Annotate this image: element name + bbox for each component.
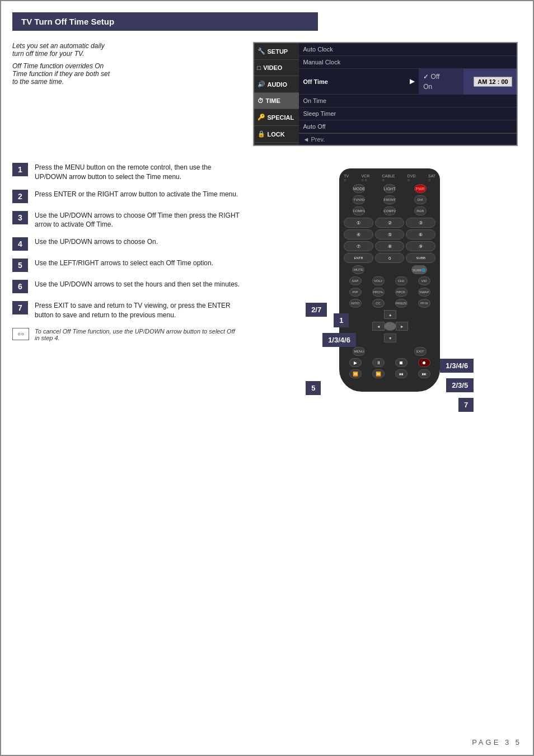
- num-6-btn[interactable]: ⑥: [406, 229, 435, 240]
- prev-bar[interactable]: ◄ Prev.: [299, 133, 517, 145]
- power-btn[interactable]: PWR: [414, 184, 427, 193]
- sub-btn[interactable]: SUBB: [406, 253, 435, 263]
- menu-item-auto-off[interactable]: Auto Off: [299, 120, 517, 133]
- sidebar-item-video[interactable]: □ VIDEO: [254, 60, 299, 76]
- submenu-off[interactable]: Off: [423, 72, 459, 82]
- vol-btn[interactable]: VOL±: [372, 276, 385, 285]
- comp1-btn[interactable]: COMP1: [353, 206, 365, 215]
- menu-item-off-time[interactable]: Off Time ▶: [299, 69, 419, 95]
- pause-btn[interactable]: ⏸: [372, 358, 385, 367]
- num-0-btn[interactable]: 0: [375, 253, 405, 263]
- sidebar-item-special[interactable]: 🔑 SPECIAL: [254, 109, 299, 126]
- sidebar-item-time[interactable]: ⏱ TIME: [254, 93, 299, 109]
- ch-btn[interactable]: CH±: [395, 276, 407, 285]
- ratio-btn[interactable]: RATIO: [349, 299, 362, 308]
- record-btn[interactable]: ⏺: [418, 358, 430, 367]
- stop-btn[interactable]: ⏹: [395, 358, 407, 367]
- mute-btn[interactable]: MUTE: [352, 265, 364, 274]
- source-buttons: TV○ VCR○ ○ CABLE○ DVD○ SAT○: [344, 174, 435, 182]
- callout-1346-right: 1/3/4/6: [440, 359, 474, 373]
- down-btn[interactable]: ▼: [384, 334, 396, 342]
- video-icon: □: [257, 64, 261, 71]
- time-icon: ⏱: [257, 97, 264, 104]
- exit-btn[interactable]: EXIT: [414, 347, 427, 356]
- rew-btn[interactable]: ⏪: [349, 369, 362, 378]
- num-4-btn[interactable]: ④: [344, 229, 373, 240]
- skip-back-btn[interactable]: ⏮: [395, 369, 407, 378]
- dvi-btn[interactable]: DVI: [414, 195, 427, 204]
- num-9-btn[interactable]: ⑨: [406, 241, 435, 251]
- note-box: ○○ To cancel Off Time function, use the …: [12, 328, 241, 341]
- enter-center-btn[interactable]: [384, 322, 396, 331]
- tv-video-btn[interactable]: TV/VID: [353, 195, 365, 204]
- step-text-2: Press ENTER or the RIGHT arrow button to…: [35, 190, 238, 199]
- enter-btn[interactable]: ENTB: [344, 253, 373, 263]
- step-num-6: 6: [12, 280, 28, 293]
- play-btn[interactable]: ▶: [349, 358, 362, 367]
- sap-btn[interactable]: SAP: [349, 276, 362, 285]
- step-num-3: 3: [12, 211, 28, 224]
- up-btn[interactable]: ▲: [384, 310, 396, 319]
- step-5: 5 Use the LEFT/RIGHT arrows to select ea…: [12, 259, 241, 272]
- step-6: 6 Use the UP/DOWN arrows to set the hour…: [12, 280, 241, 293]
- top-section: Lets you set an automatic daily turn off…: [12, 42, 522, 146]
- step-num-4: 4: [12, 237, 28, 251]
- menu-item-on-time[interactable]: On Time: [299, 95, 517, 107]
- intro-line2: Off Time function overrides On Time func…: [12, 62, 115, 86]
- menu-item-manual-clock[interactable]: Manual Clock: [299, 56, 517, 69]
- pip-btn[interactable]: PIP: [349, 288, 362, 297]
- rew-skip-row: ⏪ ⏩ ⏮ ⏭: [344, 369, 435, 378]
- freeze-btn[interactable]: FREEZE: [395, 299, 407, 308]
- mute-surf-row: MUTE SURF🌐: [344, 265, 435, 274]
- num-3-btn[interactable]: ③: [406, 218, 435, 228]
- num-7-btn[interactable]: ⑦: [344, 241, 373, 251]
- step-text-4: Use the UP/DOWN arrows to choose On.: [35, 237, 158, 247]
- swap-btn[interactable]: SWAP: [418, 288, 430, 297]
- time-display: AM 12 : 00: [474, 77, 512, 87]
- cc-btn[interactable]: CC: [372, 299, 385, 308]
- rgb-btn[interactable]: RGB: [414, 206, 427, 215]
- light-btn[interactable]: LIGHT: [383, 184, 396, 193]
- number-grid: ① ② ③ ④ ⑤ ⑥ ⑦ ⑧ ⑨ ENTB 0 SUBB: [344, 218, 435, 263]
- num-1-btn[interactable]: ①: [344, 218, 373, 228]
- menu-item-auto-clock[interactable]: Auto Clock: [299, 43, 517, 56]
- ff-btn[interactable]: ⏩: [372, 369, 385, 378]
- submenu-on[interactable]: On: [423, 82, 459, 92]
- menu-btn[interactable]: MENU: [353, 347, 365, 356]
- sidebar-item-setup[interactable]: 🔧 SETUP: [254, 43, 299, 60]
- off-time-submenu: Off On: [419, 69, 463, 95]
- ctrl-row: RATIO CC FREEZE PP IN: [344, 299, 435, 308]
- skip-fwd-btn[interactable]: ⏭: [418, 369, 430, 378]
- note-text: To cancel Off Time function, use the UP/…: [35, 328, 241, 341]
- pipch-minus-btn[interactable]: PIPCH-: [395, 288, 407, 297]
- pipch-plus-btn[interactable]: PIPCH+: [372, 288, 385, 297]
- page-number: PAGE 3 5: [472, 738, 522, 746]
- mode-btn[interactable]: MODE: [353, 184, 365, 193]
- video-btn[interactable]: VID: [418, 276, 430, 285]
- num-2-btn[interactable]: ②: [375, 218, 405, 228]
- num-8-btn[interactable]: ⑧: [375, 241, 405, 251]
- comp2-btn[interactable]: COMP2: [383, 206, 396, 215]
- note-icon: ○○: [12, 328, 29, 340]
- time-panel: AM 12 : 00: [463, 69, 516, 95]
- left-btn[interactable]: ◄: [372, 322, 385, 331]
- menu-item-sleep-timer[interactable]: Sleep Timer: [299, 107, 517, 120]
- step-4: 4 Use the UP/DOWN arrows to choose On.: [12, 237, 241, 251]
- sidebar-item-lock[interactable]: 🔒 LOCK: [254, 126, 299, 143]
- remote-container: 2/7 5 1 1/3/4/6 1/3/4/6 2/3/5 7: [257, 163, 522, 392]
- vol-ch-row: SAP VOL± CH± VID: [344, 276, 435, 285]
- audio-icon: 🔊: [257, 81, 265, 88]
- sidebar-item-audio[interactable]: 🔊 AUDIO: [254, 76, 299, 93]
- step-num-5: 5: [12, 259, 28, 272]
- callout-27: 2/7: [306, 303, 327, 317]
- front-btn[interactable]: FRONT: [383, 195, 396, 204]
- remote: TV○ VCR○ ○ CABLE○ DVD○ SAT○ MODE LIGHT P…: [339, 168, 440, 392]
- num-5-btn[interactable]: ⑤: [375, 229, 405, 240]
- step-text-5: Use the LEFT/RIGHT arrows to select each…: [35, 259, 213, 268]
- pip-input-btn[interactable]: PP IN: [418, 299, 430, 308]
- setup-icon: 🔧: [257, 48, 265, 55]
- play-row: ▶ ⏸ ⏹ ⏺: [344, 358, 435, 367]
- surf-btn[interactable]: SURF🌐: [411, 265, 427, 274]
- steps-section: 1 Press the MENU button on the remote co…: [12, 163, 522, 392]
- right-btn[interactable]: ►: [396, 322, 408, 331]
